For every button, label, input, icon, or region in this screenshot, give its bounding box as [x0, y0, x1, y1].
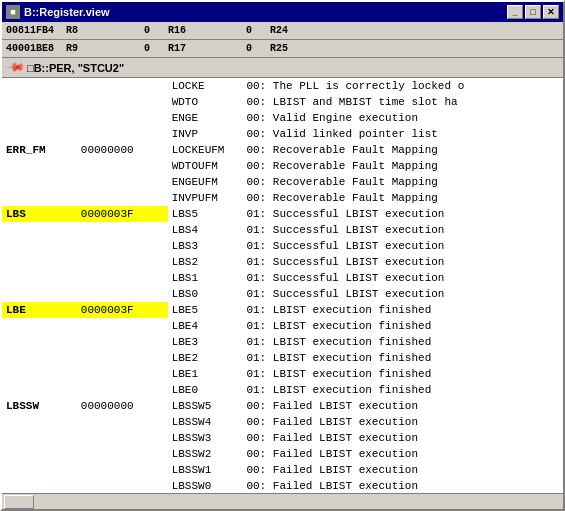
window-title: B::Register.view — [24, 6, 110, 18]
reg-name-cell — [2, 190, 77, 206]
description-cell: 01: Successful LBIST execution — [242, 238, 563, 254]
bit-name-cell: LBE4 — [168, 318, 243, 334]
scrollbar-thumb[interactable] — [4, 495, 34, 509]
reg-value-cell — [77, 270, 168, 286]
description-cell: 00: Recoverable Fault Mapping — [242, 158, 563, 174]
maximize-button[interactable]: □ — [525, 5, 541, 19]
bit-name-cell: ENGEUFM — [168, 174, 243, 190]
table-row: LBS001: Successful LBIST execution — [2, 286, 563, 302]
table-row: LBSSW100: Failed LBIST execution — [2, 462, 563, 478]
bit-name-cell: LBS5 — [168, 206, 243, 222]
table-row: LBE0000003FLBE501: LBIST execution finis… — [2, 302, 563, 318]
table-row: LBSSW000: Failed LBIST execution — [2, 478, 563, 493]
description-cell: 00: The PLL is correctly locked o — [242, 78, 563, 94]
reg-value-cell: 0000003F — [77, 302, 168, 318]
bit-name-cell: LBSSW3 — [168, 430, 243, 446]
description-cell: 00: Recoverable Fault Mapping — [242, 174, 563, 190]
close-button[interactable]: ✕ — [543, 5, 559, 19]
description-cell: 00: Failed LBIST execution — [242, 446, 563, 462]
table-row: ENGE00: Valid Engine execution — [2, 110, 563, 126]
table-row: LOCKE00: The PLL is correctly locked o — [2, 78, 563, 94]
minimize-button[interactable]: _ — [507, 5, 523, 19]
table-row: LBSSW200: Failed LBIST execution — [2, 446, 563, 462]
pin-icon: 📌 — [5, 57, 26, 78]
description-cell: 01: Successful LBIST execution — [242, 222, 563, 238]
description-cell: 01: Successful LBIST execution — [242, 254, 563, 270]
bit-name-cell: LBSSW4 — [168, 414, 243, 430]
description-cell: 01: LBIST execution finished — [242, 334, 563, 350]
table-row: LBSSW400: Failed LBIST execution — [2, 414, 563, 430]
reg-name-cell — [2, 350, 77, 366]
table-row: LBSSW300: Failed LBIST execution — [2, 430, 563, 446]
subwindow-title-bar: 📌 □B::PER, "STCU2" — [2, 58, 563, 78]
description-cell: 00: Valid Engine execution — [242, 110, 563, 126]
title-bar-left: ■ B::Register.view — [6, 5, 110, 19]
reg-value-cell — [77, 462, 168, 478]
subwindow-title-text: □B::PER, "STCU2" — [27, 62, 124, 74]
reg-name-cell — [2, 270, 77, 286]
bit-name-cell: LOCKE — [168, 78, 243, 94]
description-cell: 00: Failed LBIST execution — [242, 478, 563, 493]
addr1: 00811FB4 R8 0 R16 0 R24 — [6, 25, 288, 36]
bit-name-cell: LBS0 — [168, 286, 243, 302]
reg-name-cell — [2, 286, 77, 302]
bit-name-cell: LBSSW5 — [168, 398, 243, 414]
description-cell: 00: Failed LBIST execution — [242, 414, 563, 430]
reg-value-cell — [77, 478, 168, 493]
reg-name-cell — [2, 94, 77, 110]
reg-value-cell — [77, 78, 168, 94]
description-cell: 00: Valid linked pointer list — [242, 126, 563, 142]
bit-name-cell: LBSSW2 — [168, 446, 243, 462]
window-icon: ■ — [6, 5, 20, 19]
description-cell: 01: LBIST execution finished — [242, 382, 563, 398]
description-cell: 00: Failed LBIST execution — [242, 398, 563, 414]
bit-name-cell: LBE3 — [168, 334, 243, 350]
bit-name-cell: LBE5 — [168, 302, 243, 318]
reg-value-cell — [77, 446, 168, 462]
reg-value-cell: 0000003F — [77, 206, 168, 222]
reg-value-cell: 00000000 — [77, 398, 168, 414]
bit-name-cell: LBS3 — [168, 238, 243, 254]
reg-value-cell — [77, 94, 168, 110]
bit-name-cell: LBSSW1 — [168, 462, 243, 478]
bit-name-cell: WDTO — [168, 94, 243, 110]
reg-name-cell: ERR_FM — [2, 142, 77, 158]
reg-name-cell — [2, 238, 77, 254]
address-bar-row1: 00811FB4 R8 0 R16 0 R24 — [2, 22, 563, 40]
description-cell: 00: Recoverable Fault Mapping — [242, 190, 563, 206]
bit-name-cell: LBE2 — [168, 350, 243, 366]
table-row: LBS0000003FLBS501: Successful LBIST exec… — [2, 206, 563, 222]
main-window: ■ B::Register.view _ □ ✕ 00811FB4 R8 0 R… — [0, 0, 565, 511]
reg-name-cell — [2, 430, 77, 446]
reg-name-cell — [2, 174, 77, 190]
description-cell: 01: Successful LBIST execution — [242, 286, 563, 302]
reg-value-cell — [77, 350, 168, 366]
bit-name-cell: INVPUFM — [168, 190, 243, 206]
table-row: WDTO00: LBIST and MBIST time slot ha — [2, 94, 563, 110]
table-row: LBE301: LBIST execution finished — [2, 334, 563, 350]
reg-value-cell — [77, 190, 168, 206]
table-row: LBE101: LBIST execution finished — [2, 366, 563, 382]
description-cell: 01: Successful LBIST execution — [242, 206, 563, 222]
bit-name-cell: INVP — [168, 126, 243, 142]
table-row: ERR_FM00000000LOCKEUFM00: Recoverable Fa… — [2, 142, 563, 158]
addr2: 40001BE8 R9 0 R17 0 R25 — [6, 43, 288, 54]
description-cell: 00: Failed LBIST execution — [242, 462, 563, 478]
bit-name-cell: LOCKEUFM — [168, 142, 243, 158]
reg-value-cell — [77, 126, 168, 142]
reg-value-cell — [77, 158, 168, 174]
bit-name-cell: LBSSW0 — [168, 478, 243, 493]
reg-name-cell — [2, 414, 77, 430]
reg-name-cell — [2, 318, 77, 334]
title-bar-buttons: _ □ ✕ — [507, 5, 559, 19]
bit-name-cell: LBS2 — [168, 254, 243, 270]
table-row: INVP00: Valid linked pointer list — [2, 126, 563, 142]
address-bar-row2: 40001BE8 R9 0 R17 0 R25 — [2, 40, 563, 58]
content-area[interactable]: LOCKE00: The PLL is correctly locked oWD… — [2, 78, 563, 493]
table-row: LBE401: LBIST execution finished — [2, 318, 563, 334]
description-cell: 00: Failed LBIST execution — [242, 430, 563, 446]
description-cell: 00: Recoverable Fault Mapping — [242, 142, 563, 158]
reg-name-cell — [2, 366, 77, 382]
reg-value-cell — [77, 414, 168, 430]
horizontal-scrollbar[interactable] — [2, 493, 563, 509]
